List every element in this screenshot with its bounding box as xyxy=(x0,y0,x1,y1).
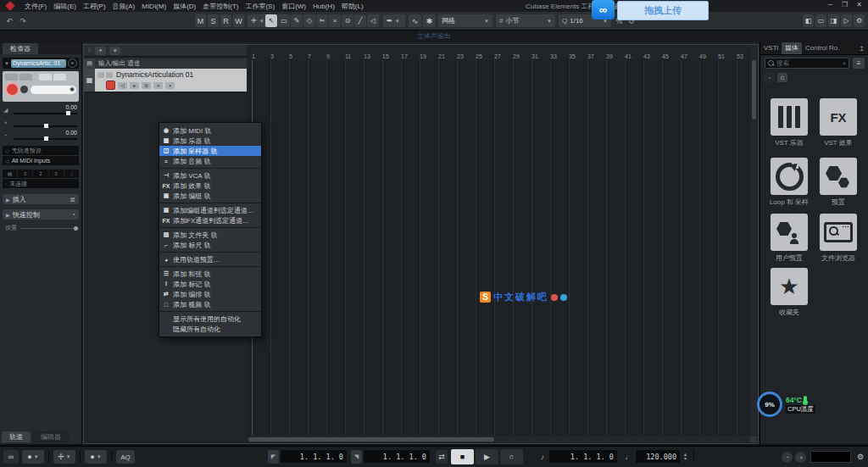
zoom-tool[interactable]: ⊙ xyxy=(342,14,353,27)
vertical-scrollbar[interactable] xyxy=(751,47,757,436)
autoscroll-dropdown[interactable]: ➥▼ xyxy=(383,14,405,27)
undo-icon[interactable]: ↶ xyxy=(3,14,15,27)
horizontal-scrollbar[interactable] xyxy=(248,436,749,442)
menu-item[interactable]: 走带控制(T) xyxy=(199,2,242,11)
volume-slider[interactable] xyxy=(14,113,77,114)
context-menu-item[interactable]: ⊣添加 VCA 轨 xyxy=(159,170,261,181)
track-record-button[interactable] xyxy=(106,81,115,90)
context-menu-item[interactable]: ⌐添加 标尺 轨 xyxy=(159,240,261,250)
select-tool[interactable]: ↖ xyxy=(265,14,277,27)
output-routing-row[interactable]: ◦ 未连接 xyxy=(3,179,79,188)
tile-user-presets[interactable] xyxy=(771,214,808,251)
zone-options-icon[interactable]: ▷ xyxy=(841,14,852,27)
track-edit-button[interactable]: e xyxy=(130,82,139,89)
menu-item[interactable]: 帮助(L) xyxy=(338,2,367,11)
audio-quantize-button[interactable]: AQ xyxy=(116,450,135,464)
input-routing-row[interactable]: ◁ All MIDI Inputs xyxy=(3,156,79,165)
lower-zone-toggle[interactable]: ▭ xyxy=(815,14,826,27)
import-icon[interactable]: ↥ xyxy=(859,45,865,53)
setup-gear-icon[interactable]: ⚙ xyxy=(854,14,865,27)
tab-vsti[interactable]: VSTi xyxy=(760,42,782,54)
context-menu-item[interactable]: Ⅰ添加 标记 轨 xyxy=(159,279,261,289)
menu-item[interactable]: 媒体(D) xyxy=(170,2,199,11)
record-enable-button[interactable] xyxy=(7,84,18,95)
tile-favorites[interactable]: ★ xyxy=(771,268,808,305)
tile-vst-instruments[interactable] xyxy=(771,98,808,136)
record-button[interactable]: ○ xyxy=(500,449,523,464)
context-menu-item[interactable]: 隐藏所有自动化 xyxy=(159,324,261,334)
inspector-tab[interactable]: 检查器 xyxy=(3,43,38,54)
left-locator-display[interactable]: 1. 1. 1. 0 xyxy=(281,450,347,463)
global-solo-button[interactable]: S xyxy=(208,14,219,27)
context-menu-item[interactable]: ⇄添加 编排 轨 xyxy=(159,289,261,299)
context-menu-item[interactable]: FX添加 效果 轨 xyxy=(159,181,261,191)
context-menu-item[interactable]: FX添加FX通道到选定通道... xyxy=(159,215,261,225)
tab-control-room[interactable]: Control Ro. xyxy=(802,42,843,54)
snap-type-dropdown[interactable]: 网格▼ xyxy=(438,14,492,27)
context-menu-item[interactable]: ◕使用轨道预置... xyxy=(159,254,261,264)
mute-tool[interactable]: × xyxy=(329,14,341,27)
record-mode-dropdown[interactable]: ●▼ xyxy=(22,450,44,464)
tile-vst-effects[interactable]: FX xyxy=(820,98,857,136)
track-freeze-button[interactable]: ≋ xyxy=(142,82,151,89)
redo-icon[interactable]: ↷ xyxy=(17,14,29,27)
tab-editor[interactable]: 编辑器 xyxy=(32,431,70,442)
inserts-section-header[interactable]: ▶ 插入 ≣ xyxy=(3,194,79,204)
solo-button[interactable] xyxy=(19,74,32,81)
tempo-display[interactable]: 120.000 xyxy=(636,450,680,463)
tile-file-browser[interactable]: ⋯ xyxy=(820,214,857,251)
track-monitor-button[interactable]: ◁ xyxy=(118,82,127,89)
curve-button[interactable]: ∿ xyxy=(409,14,421,27)
tab-track[interactable]: 轨道 xyxy=(2,431,31,442)
right-locator-icon[interactable]: ◥ xyxy=(351,450,362,464)
split-tool[interactable]: ✂ xyxy=(316,14,328,27)
track-list-solo-button[interactable] xyxy=(106,72,113,78)
cycle-button[interactable]: ⇄ xyxy=(436,450,448,464)
automation-write-button[interactable]: W xyxy=(233,14,244,27)
tab-media[interactable]: 媒体 xyxy=(782,42,802,54)
midi-track-row[interactable]: ▦ DynamicsArticulation 01 ◁ e ≋ ▪ ▪ xyxy=(84,69,247,92)
context-menu-item[interactable]: ◫添加 采样器 轨 xyxy=(159,146,261,156)
quick-controls-section-header[interactable]: ▶ 快速控制 ◔ xyxy=(3,209,79,220)
global-mute-button[interactable]: M xyxy=(195,14,206,27)
timeline-ruler[interactable]: 1357911131517192123252729313335373941434… xyxy=(248,47,749,61)
back-button[interactable]: ▪ xyxy=(765,73,775,82)
play-button[interactable]: ▶ xyxy=(476,449,498,464)
track-preset-row[interactable]: ◇ 无轨道预设 xyxy=(3,146,79,155)
context-menu-item[interactable]: □添加 视频 轨 xyxy=(159,299,261,309)
context-menu-item[interactable]: ▦添加 乐器 轨 xyxy=(159,136,261,146)
list-view-toggle[interactable]: ≡ xyxy=(853,58,865,69)
snap-button[interactable]: ✱ xyxy=(423,14,436,27)
quantize-mode-dropdown[interactable]: ●▼ xyxy=(85,450,107,464)
menu-item[interactable]: 音频(A) xyxy=(109,2,139,11)
context-menu-item[interactable]: ☰添加 和弦 轨 xyxy=(159,269,261,279)
add-track-button[interactable]: + xyxy=(95,47,106,55)
context-menu-item[interactable]: ◉添加 MIDI 轨 xyxy=(159,125,261,136)
play-tool[interactable]: ◁ xyxy=(367,14,379,27)
glue-tool[interactable]: ◇ xyxy=(303,14,315,27)
close-button[interactable]: ✕ xyxy=(853,0,865,10)
edit-channel-icon[interactable]: e xyxy=(68,58,77,68)
draw-tool[interactable]: ✎ xyxy=(291,14,303,27)
menu-item[interactable]: Hub(H) xyxy=(309,3,338,10)
horizontal-scroll-thumb[interactable] xyxy=(248,437,494,442)
context-menu-item[interactable]: ▤添加 文件夹 轨 xyxy=(159,230,261,240)
netdisk-cloud-icon[interactable]: ∞ xyxy=(592,0,615,19)
media-search-input[interactable]: 搜索 × xyxy=(765,58,849,69)
monitor-button[interactable] xyxy=(20,86,28,93)
tile-loops-samples[interactable] xyxy=(771,158,808,195)
menu-item[interactable]: 编辑(E) xyxy=(50,2,80,11)
context-menu-item[interactable]: ▣添加编组通道到选定通道... xyxy=(159,205,261,215)
track-list-mute-button[interactable] xyxy=(97,72,104,78)
menu-item[interactable]: 文件(F) xyxy=(21,2,50,11)
snap-mode-dropdown[interactable]: ✛▼ xyxy=(53,450,75,464)
right-locator-display[interactable]: 1. 1. 1. 0 xyxy=(364,450,430,463)
context-menu-item[interactable]: ▣添加 编组 轨 xyxy=(159,191,261,201)
line-tool[interactable]: ╱ xyxy=(354,14,366,27)
write-button[interactable] xyxy=(53,74,66,81)
automation-read-button[interactable]: R xyxy=(220,14,231,27)
menu-item[interactable]: 工作室(S) xyxy=(242,2,278,11)
right-zone-toggle[interactable]: ◨ xyxy=(828,14,839,27)
mute-button[interactable] xyxy=(5,74,18,81)
track-filter-dropdown[interactable]: ▼ xyxy=(109,47,120,55)
